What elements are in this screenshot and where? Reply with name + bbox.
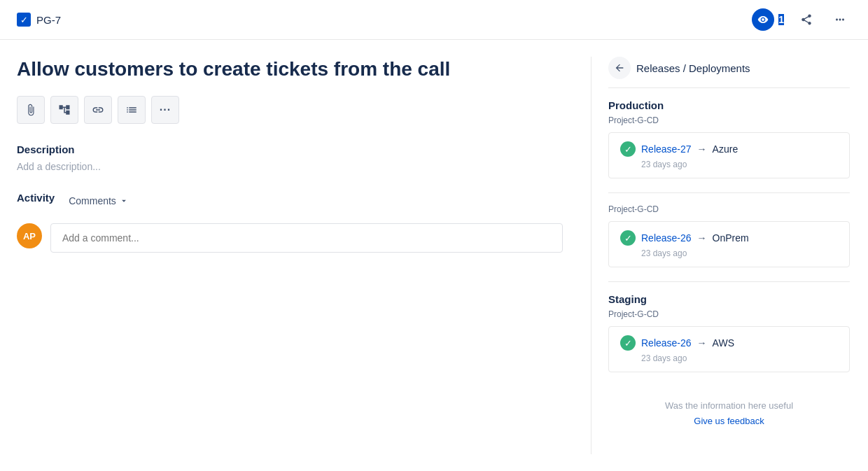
target-1: OnPrem xyxy=(713,232,749,244)
panel-header: Releases / Deployments xyxy=(608,57,850,88)
more-options-button[interactable] xyxy=(829,8,851,31)
attach-icon xyxy=(24,104,37,116)
env-section-production2: Project-G-CD ✓ Release-26 → OnPrem 23 da… xyxy=(608,204,850,267)
target-2: AWS xyxy=(713,337,734,349)
arrow-2: → xyxy=(697,337,707,349)
chevron-down-icon xyxy=(119,196,129,206)
back-arrow-icon xyxy=(614,62,625,73)
divider-2 xyxy=(608,281,850,282)
project-name-0: Project-G-CD xyxy=(608,115,850,125)
success-icon-0: ✓ xyxy=(620,141,636,157)
main-layout: Allow customers to create tickets from t… xyxy=(0,40,868,471)
eye-icon xyxy=(757,14,769,25)
description-placeholder[interactable]: Add a description... xyxy=(17,161,563,172)
share-icon xyxy=(800,13,813,26)
feedback-link[interactable]: Give us feedback xyxy=(694,416,764,426)
release-time-1: 23 days ago xyxy=(641,248,838,258)
toolbar: ··· xyxy=(17,96,563,124)
watch-button[interactable] xyxy=(752,8,774,31)
env-section-production: Production Project-G-CD ✓ Release-27 → A… xyxy=(608,99,850,178)
release-row-0: ✓ Release-27 → Azure xyxy=(620,141,838,157)
release-row-1: ✓ Release-26 → OnPrem xyxy=(620,230,838,246)
share-button[interactable] xyxy=(795,8,818,31)
project-name-2: Project-G-CD xyxy=(608,309,850,319)
hierarchy-icon xyxy=(58,104,71,116)
attach-button[interactable] xyxy=(17,96,45,124)
panel-title: Releases / Deployments xyxy=(636,62,750,74)
arrow-1: → xyxy=(697,232,707,244)
env-name-production: Production xyxy=(608,99,850,111)
ticket-checkbox: ✓ xyxy=(17,13,31,27)
back-button[interactable] xyxy=(608,57,631,79)
avatar: AP xyxy=(17,223,42,248)
feedback-text: Was the information here useful xyxy=(608,400,850,411)
activity-label: Activity xyxy=(17,192,55,204)
release-time-2: 23 days ago xyxy=(641,353,838,363)
header-right: 1 xyxy=(752,8,851,31)
release-link-0[interactable]: Release-27 xyxy=(641,143,692,155)
arrow-0: → xyxy=(697,143,707,155)
release-item-0: ✓ Release-27 → Azure 23 days ago xyxy=(608,132,850,178)
success-icon-2: ✓ xyxy=(620,335,636,351)
feedback-section: Was the information here useful Give us … xyxy=(608,389,850,426)
app-container: ✓ PG-7 1 xyxy=(0,0,868,471)
watch-container: 1 xyxy=(752,8,784,31)
ticket-title: Allow customers to create tickets from t… xyxy=(17,57,563,82)
list-icon xyxy=(125,104,138,116)
header-left: ✓ PG-7 xyxy=(17,13,61,27)
env-name-staging: Staging xyxy=(608,293,850,305)
divider-1 xyxy=(608,192,850,193)
activity-section: Activity Comments xyxy=(17,192,563,209)
ellipsis-icon: ··· xyxy=(160,104,171,116)
release-link-2[interactable]: Release-26 xyxy=(641,337,692,349)
release-row-2: ✓ Release-26 → AWS xyxy=(620,335,838,351)
comment-area: AP xyxy=(17,223,563,253)
comments-filter[interactable]: Comments xyxy=(63,192,134,209)
target-0: Azure xyxy=(713,143,738,155)
comment-input[interactable] xyxy=(50,223,563,253)
list-button[interactable] xyxy=(118,96,146,124)
watch-count: 1 xyxy=(778,14,784,25)
release-item-1: ✓ Release-26 → OnPrem 23 days ago xyxy=(608,221,850,267)
link-icon xyxy=(92,104,104,116)
left-panel: Allow customers to create tickets from t… xyxy=(17,57,591,454)
release-time-0: 23 days ago xyxy=(641,160,838,169)
project-name-1: Project-G-CD xyxy=(608,204,850,214)
description-label: Description xyxy=(17,143,563,155)
more-toolbar-button[interactable]: ··· xyxy=(151,96,179,124)
release-item-2: ✓ Release-26 → AWS 23 days ago xyxy=(608,326,850,372)
comments-filter-label: Comments xyxy=(69,195,116,206)
success-icon-1: ✓ xyxy=(620,230,636,246)
env-section-staging: Staging Project-G-CD ✓ Release-26 → AWS … xyxy=(608,293,850,372)
right-panel: Releases / Deployments Production Projec… xyxy=(591,57,850,454)
ticket-id: PG-7 xyxy=(36,14,61,26)
release-link-1[interactable]: Release-26 xyxy=(641,232,692,244)
hierarchy-button[interactable] xyxy=(50,96,78,124)
link-button[interactable] xyxy=(84,96,112,124)
more-horiz-icon xyxy=(834,13,846,26)
header: ✓ PG-7 1 xyxy=(0,0,868,40)
